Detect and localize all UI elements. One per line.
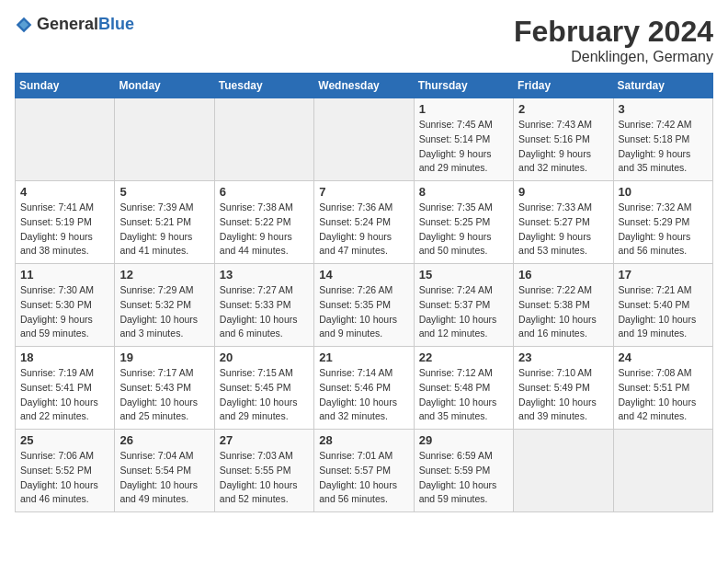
day-number: 25	[20, 433, 109, 447]
day-number: 29	[419, 433, 508, 447]
page-header: GeneralBlue February 2024 Denklingen, Ge…	[15, 15, 713, 65]
day-number: 24	[619, 350, 708, 364]
calendar-cell	[16, 98, 115, 181]
day-number: 6	[220, 185, 309, 199]
calendar-cell: 2Sunrise: 7:43 AMSunset: 5:16 PMDaylight…	[514, 98, 613, 181]
col-header-wednesday: Wednesday	[314, 74, 414, 98]
calendar-cell: 28Sunrise: 7:01 AMSunset: 5:57 PMDayligh…	[314, 430, 414, 512]
day-number: 1	[419, 102, 508, 116]
day-number: 12	[119, 268, 209, 282]
col-header-thursday: Thursday	[414, 74, 513, 98]
location: Denklingen, Germany	[514, 49, 713, 65]
day-info: Sunrise: 7:41 AMSunset: 5:19 PMDaylight:…	[20, 201, 109, 259]
day-info: Sunrise: 7:24 AMSunset: 5:37 PMDaylight:…	[419, 283, 508, 341]
calendar-cell: 23Sunrise: 7:10 AMSunset: 5:49 PMDayligh…	[514, 347, 613, 430]
day-number: 7	[319, 185, 408, 199]
calendar-cell: 27Sunrise: 7:03 AMSunset: 5:55 PMDayligh…	[214, 430, 313, 512]
calendar-cell: 20Sunrise: 7:15 AMSunset: 5:45 PMDayligh…	[214, 347, 313, 430]
calendar-week-4: 18Sunrise: 7:19 AMSunset: 5:41 PMDayligh…	[16, 347, 713, 430]
day-info: Sunrise: 7:30 AMSunset: 5:30 PMDaylight:…	[20, 283, 109, 341]
logo-icon	[15, 16, 33, 34]
calendar-cell: 29Sunrise: 6:59 AMSunset: 5:59 PMDayligh…	[414, 430, 513, 512]
day-number: 20	[220, 350, 309, 364]
calendar-cell: 10Sunrise: 7:32 AMSunset: 5:29 PMDayligh…	[613, 181, 712, 264]
day-info: Sunrise: 6:59 AMSunset: 5:59 PMDaylight:…	[419, 449, 508, 507]
calendar-cell: 11Sunrise: 7:30 AMSunset: 5:30 PMDayligh…	[16, 264, 115, 347]
day-number: 3	[619, 102, 708, 116]
calendar-cell: 13Sunrise: 7:27 AMSunset: 5:33 PMDayligh…	[214, 264, 313, 347]
title-block: February 2024 Denklingen, Germany	[514, 15, 713, 65]
logo-blue: Blue	[98, 15, 134, 33]
day-number: 9	[518, 185, 608, 199]
day-info: Sunrise: 7:26 AMSunset: 5:35 PMDaylight:…	[319, 283, 408, 341]
day-number: 14	[319, 268, 408, 282]
calendar-cell: 8Sunrise: 7:35 AMSunset: 5:25 PMDaylight…	[414, 181, 513, 264]
calendar-cell: 15Sunrise: 7:24 AMSunset: 5:37 PMDayligh…	[414, 264, 513, 347]
calendar-week-5: 25Sunrise: 7:06 AMSunset: 5:52 PMDayligh…	[16, 430, 713, 512]
calendar-cell: 6Sunrise: 7:38 AMSunset: 5:22 PMDaylight…	[214, 181, 313, 264]
col-header-saturday: Saturday	[613, 74, 712, 98]
calendar-cell	[115, 98, 214, 181]
logo: GeneralBlue	[15, 15, 134, 34]
day-info: Sunrise: 7:29 AMSunset: 5:32 PMDaylight:…	[119, 283, 209, 341]
calendar-cell: 12Sunrise: 7:29 AMSunset: 5:32 PMDayligh…	[115, 264, 214, 347]
col-header-friday: Friday	[514, 74, 613, 98]
calendar-cell: 17Sunrise: 7:21 AMSunset: 5:40 PMDayligh…	[613, 264, 712, 347]
day-number: 15	[419, 268, 508, 282]
day-info: Sunrise: 7:42 AMSunset: 5:18 PMDaylight:…	[619, 118, 708, 176]
calendar-cell: 4Sunrise: 7:41 AMSunset: 5:19 PMDaylight…	[16, 181, 115, 264]
calendar-cell	[214, 98, 313, 181]
calendar-cell: 25Sunrise: 7:06 AMSunset: 5:52 PMDayligh…	[16, 430, 115, 512]
day-info: Sunrise: 7:06 AMSunset: 5:52 PMDaylight:…	[20, 449, 109, 507]
calendar-cell: 5Sunrise: 7:39 AMSunset: 5:21 PMDaylight…	[115, 181, 214, 264]
day-number: 5	[119, 185, 209, 199]
calendar-table: SundayMondayTuesdayWednesdayThursdayFrid…	[15, 73, 713, 512]
day-number: 13	[220, 268, 309, 282]
col-header-sunday: Sunday	[16, 74, 115, 98]
day-info: Sunrise: 7:04 AMSunset: 5:54 PMDaylight:…	[119, 449, 209, 507]
calendar-cell: 3Sunrise: 7:42 AMSunset: 5:18 PMDaylight…	[613, 98, 712, 181]
day-info: Sunrise: 7:38 AMSunset: 5:22 PMDaylight:…	[220, 201, 309, 259]
day-info: Sunrise: 7:22 AMSunset: 5:38 PMDaylight:…	[518, 283, 608, 341]
calendar-week-2: 4Sunrise: 7:41 AMSunset: 5:19 PMDaylight…	[16, 181, 713, 264]
month-title: February 2024	[514, 15, 713, 49]
calendar-week-3: 11Sunrise: 7:30 AMSunset: 5:30 PMDayligh…	[16, 264, 713, 347]
calendar-cell: 22Sunrise: 7:12 AMSunset: 5:48 PMDayligh…	[414, 347, 513, 430]
day-info: Sunrise: 7:14 AMSunset: 5:46 PMDaylight:…	[319, 366, 408, 424]
day-number: 2	[518, 102, 608, 116]
calendar-body: 1Sunrise: 7:45 AMSunset: 5:14 PMDaylight…	[16, 98, 713, 512]
calendar-cell: 26Sunrise: 7:04 AMSunset: 5:54 PMDayligh…	[115, 430, 214, 512]
day-info: Sunrise: 7:36 AMSunset: 5:24 PMDaylight:…	[319, 201, 408, 259]
calendar-cell: 9Sunrise: 7:33 AMSunset: 5:27 PMDaylight…	[514, 181, 613, 264]
day-info: Sunrise: 7:03 AMSunset: 5:55 PMDaylight:…	[220, 449, 309, 507]
calendar-cell: 1Sunrise: 7:45 AMSunset: 5:14 PMDaylight…	[414, 98, 513, 181]
calendar-cell	[613, 430, 712, 512]
day-info: Sunrise: 7:08 AMSunset: 5:51 PMDaylight:…	[619, 366, 708, 424]
day-number: 27	[220, 433, 309, 447]
day-info: Sunrise: 7:35 AMSunset: 5:25 PMDaylight:…	[419, 201, 508, 259]
logo-general: General	[37, 15, 98, 33]
day-info: Sunrise: 7:10 AMSunset: 5:49 PMDaylight:…	[518, 366, 608, 424]
calendar-cell: 14Sunrise: 7:26 AMSunset: 5:35 PMDayligh…	[314, 264, 414, 347]
day-number: 21	[319, 350, 408, 364]
day-number: 22	[419, 350, 508, 364]
day-number: 26	[119, 433, 209, 447]
calendar-cell	[314, 98, 414, 181]
calendar-cell: 24Sunrise: 7:08 AMSunset: 5:51 PMDayligh…	[613, 347, 712, 430]
day-info: Sunrise: 7:15 AMSunset: 5:45 PMDaylight:…	[220, 366, 309, 424]
day-number: 8	[419, 185, 508, 199]
day-number: 16	[518, 268, 608, 282]
calendar-cell: 18Sunrise: 7:19 AMSunset: 5:41 PMDayligh…	[16, 347, 115, 430]
day-info: Sunrise: 7:45 AMSunset: 5:14 PMDaylight:…	[419, 118, 508, 176]
day-info: Sunrise: 7:39 AMSunset: 5:21 PMDaylight:…	[119, 201, 209, 259]
calendar-cell	[514, 430, 613, 512]
day-number: 19	[119, 350, 209, 364]
day-number: 18	[20, 350, 109, 364]
day-info: Sunrise: 7:27 AMSunset: 5:33 PMDaylight:…	[220, 283, 309, 341]
col-header-tuesday: Tuesday	[214, 74, 313, 98]
day-info: Sunrise: 7:43 AMSunset: 5:16 PMDaylight:…	[518, 118, 608, 176]
day-number: 28	[319, 433, 408, 447]
day-number: 17	[619, 268, 708, 282]
day-number: 11	[20, 268, 109, 282]
day-info: Sunrise: 7:17 AMSunset: 5:43 PMDaylight:…	[119, 366, 209, 424]
